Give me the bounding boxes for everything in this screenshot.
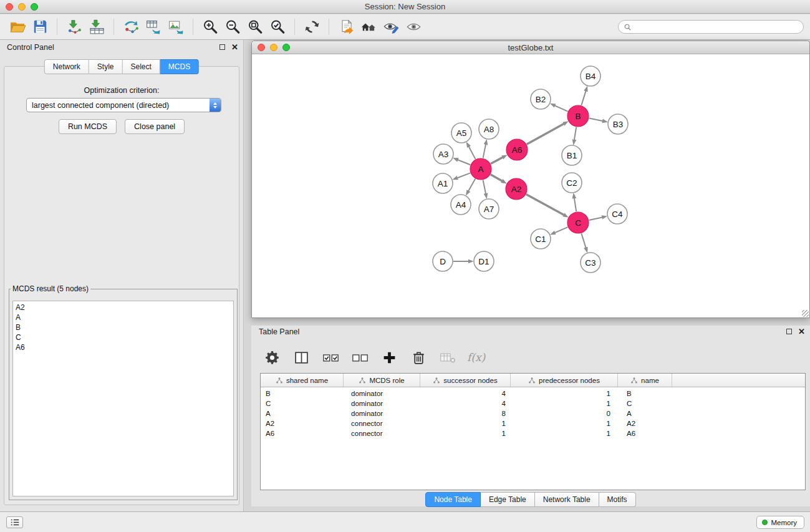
network-edge-B-B4[interactable]	[581, 91, 586, 105]
network-node-C3[interactable]: C3	[581, 253, 600, 273]
table-cell[interactable]: A6	[261, 428, 344, 438]
open-folder-button[interactable]	[6, 16, 29, 37]
column-header-name[interactable]: name	[618, 374, 672, 387]
network-node-C[interactable]: C	[567, 212, 589, 233]
task-history-button[interactable]	[6, 516, 23, 528]
page-arrow-button[interactable]	[335, 16, 357, 37]
export-image-button[interactable]	[165, 16, 187, 37]
table-row[interactable]: A6connector11A6	[261, 428, 805, 438]
network-edge-A-A8[interactable]	[483, 145, 486, 158]
float-table-panel-icon[interactable]	[786, 329, 792, 334]
network-node-D[interactable]: D	[433, 251, 453, 271]
network-node-C4[interactable]: C4	[607, 204, 627, 224]
mcds-result-item[interactable]: B	[16, 322, 231, 332]
network-edge-C-C4[interactable]	[589, 217, 602, 220]
network-node-A7[interactable]: A7	[479, 199, 499, 219]
mcds-result-item[interactable]: A6	[16, 342, 231, 352]
eye-button[interactable]	[402, 16, 425, 37]
network-node-D1[interactable]: D1	[474, 251, 494, 271]
table-cell[interactable]: 4	[420, 389, 511, 399]
control-panel-tab-network[interactable]: Network	[44, 59, 89, 74]
table-tab-network-table[interactable]: Network Table	[535, 492, 599, 507]
network-node-B2[interactable]: B2	[531, 89, 551, 109]
select-all-checkbox-button[interactable]	[321, 347, 340, 367]
mcds-result-item[interactable]: A	[16, 312, 231, 322]
network-edge-A-A4[interactable]	[468, 179, 475, 191]
minimize-window-button[interactable]	[18, 3, 26, 11]
delete-table-button[interactable]	[408, 347, 428, 367]
table-cell[interactable]: connector	[344, 428, 420, 438]
mcds-result-item[interactable]: A2	[16, 302, 231, 312]
table-cell[interactable]: C	[618, 399, 672, 409]
memory-button[interactable]: Memory	[756, 516, 804, 529]
table-row[interactable]: A2connector11A2	[261, 418, 805, 428]
column-header-successor-nodes[interactable]: successor nodes	[420, 374, 511, 387]
zoom-selected-button[interactable]	[266, 16, 289, 37]
network-edge-A6-B[interactable]	[527, 124, 564, 145]
table-cell[interactable]: B	[618, 389, 672, 399]
network-node-A8[interactable]: A8	[479, 119, 499, 139]
network-edge-A2-C[interactable]	[526, 195, 564, 215]
network-edge-A-A6[interactable]	[491, 157, 503, 163]
table-cell[interactable]: A6	[618, 428, 672, 438]
network-node-A3[interactable]: A3	[433, 144, 453, 164]
network-node-A6[interactable]: A6	[506, 139, 528, 160]
close-panel-icon[interactable]: ✕	[231, 44, 238, 51]
refresh-layout-button[interactable]	[301, 16, 323, 37]
network-node-A4[interactable]: A4	[451, 195, 471, 215]
table-cell[interactable]: 8	[420, 409, 511, 418]
close-panel-button[interactable]: Close panel	[125, 119, 185, 134]
table-tab-edge-table[interactable]: Edge Table	[481, 492, 535, 507]
table-cell[interactable]: 1	[420, 418, 511, 428]
table-cell[interactable]: dominator	[344, 409, 420, 418]
toolbar-search-box[interactable]	[618, 20, 804, 34]
control-panel-tab-style[interactable]: Style	[89, 59, 123, 74]
network-minimize-button[interactable]	[270, 44, 277, 51]
column-header-predecessor-nodes[interactable]: predecessor nodes	[511, 374, 618, 387]
table-cell[interactable]: C	[261, 399, 344, 409]
import-table-button[interactable]	[85, 16, 108, 37]
export-table-button[interactable]	[142, 16, 165, 37]
network-node-A1[interactable]: A1	[433, 173, 453, 193]
mcds-result-list[interactable]: A2ABCA6	[12, 301, 234, 496]
column-header-MCDS-role[interactable]: MCDS role	[344, 374, 420, 387]
network-node-B[interactable]: B	[567, 105, 589, 127]
table-cell[interactable]: B	[261, 389, 344, 399]
add-column-button[interactable]	[379, 347, 399, 367]
network-edge-C-C3[interactable]	[581, 233, 586, 248]
table-tab-node-table[interactable]: Node Table	[425, 492, 481, 507]
resize-handle-icon[interactable]	[802, 310, 809, 317]
network-edge-B-B3[interactable]	[589, 118, 603, 121]
network-edge-A-A2[interactable]	[491, 175, 503, 181]
table-cell[interactable]: connector	[344, 418, 420, 428]
zoom-window-button[interactable]	[31, 3, 38, 11]
zoom-fit-button[interactable]	[244, 16, 266, 37]
optimization-criterion-dropdown[interactable]: largest connected component (directed)	[26, 98, 221, 112]
import-network-button[interactable]	[63, 16, 85, 37]
settings-gear-button[interactable]	[262, 347, 282, 367]
table-cell[interactable]: A	[261, 409, 344, 418]
function-builder-button[interactable]: f(x)	[467, 347, 485, 367]
network-node-B3[interactable]: B3	[608, 114, 628, 134]
deselect-all-checkbox-button[interactable]	[350, 347, 370, 367]
export-network-button[interactable]	[120, 16, 142, 37]
network-node-B1[interactable]: B1	[562, 145, 582, 165]
table-row[interactable]: Cdominator41C	[261, 399, 805, 409]
network-node-A2[interactable]: A2	[506, 178, 527, 200]
network-edge-A-A7[interactable]	[483, 180, 486, 194]
table-cell[interactable]: 1	[420, 428, 511, 438]
close-table-panel-icon[interactable]: ✕	[798, 328, 805, 335]
network-close-button[interactable]	[258, 44, 265, 51]
network-edge-A-A5[interactable]	[469, 147, 476, 159]
houses-button[interactable]	[357, 16, 380, 37]
table-cell[interactable]: 1	[511, 418, 618, 428]
network-node-A5[interactable]: A5	[451, 123, 471, 143]
table-cell[interactable]: A	[618, 409, 672, 418]
network-edge-B-B2[interactable]	[555, 105, 568, 111]
save-button[interactable]	[29, 16, 51, 37]
toolbar-search-input[interactable]	[635, 22, 798, 31]
table-cell[interactable]: A2	[618, 418, 672, 428]
table-cell[interactable]: 4	[420, 399, 511, 409]
float-panel-icon[interactable]	[219, 44, 225, 50]
table-row[interactable]: Bdominator41B	[261, 389, 805, 399]
